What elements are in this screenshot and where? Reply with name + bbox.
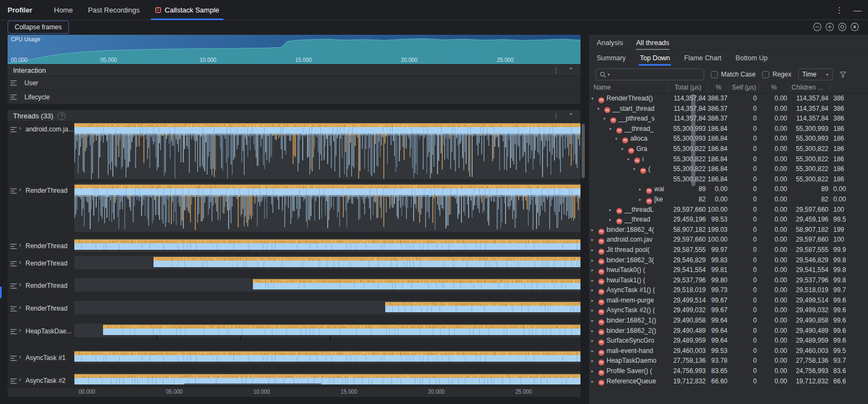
thread-row[interactable]: ›HeapTaskDae...: [8, 324, 580, 337]
thread-track[interactable]: [74, 122, 580, 179]
thread-row[interactable]: ›RenderThread: [8, 278, 580, 292]
interaction-kebab-icon[interactable]: ⋮: [552, 67, 559, 74]
tree-expand-icon[interactable]: ▸: [591, 356, 598, 366]
table-row[interactable]: ▸mAsyncTask #1() (29,518,01999.7300.0029…: [589, 285, 868, 295]
table-row[interactable]: ▸mhwuiTask1() (29,537,79699.8000.0029,53…: [589, 275, 868, 286]
table-row[interactable]: ▸m__thread29,459,19699.5300.0029,459,196…: [589, 214, 868, 225]
thread-track[interactable]: [74, 301, 580, 314]
threads-kebab-icon[interactable]: ⋮: [552, 112, 559, 119]
table-row[interactable]: ▾m__thread_55,300,993186.8400.0055,300,9…: [589, 124, 868, 134]
table-row[interactable]: ▸m[ke820.0000.00820.00: [589, 194, 868, 205]
thread-row[interactable]: ›AsyncTask #1: [8, 350, 580, 364]
nav-tab-past-recordings[interactable]: Past Recordings: [80, 0, 147, 20]
tree-expand-icon[interactable]: ▸: [591, 225, 598, 235]
filter-icon[interactable]: [839, 71, 847, 78]
thread-row[interactable]: ›RenderThread: [8, 183, 580, 232]
tree-collapse-icon[interactable]: ▾: [609, 124, 616, 134]
table-row[interactable]: ▸mwai890.0000.00890.00: [589, 184, 868, 194]
tree-expand-icon[interactable]: ▸: [591, 286, 598, 295]
zoom-out-icon[interactable]: [813, 22, 822, 31]
reset-zoom-icon[interactable]: [838, 22, 847, 31]
column-header-pct-cut[interactable]: %: [758, 83, 789, 93]
zoom-to-selection-icon[interactable]: [850, 22, 859, 31]
interaction-row-lifecycle[interactable]: Lifecycle: [8, 90, 580, 104]
table-row[interactable]: ▸mAsyncTask #2() (29,499,03299.6700.0029…: [589, 305, 868, 315]
thread-track[interactable]: [74, 256, 580, 269]
table-row[interactable]: ▸mmali-mem-purge29,499,51499.6700.0029,4…: [589, 295, 868, 306]
interaction-collapse-icon[interactable]: ⌃: [568, 67, 574, 74]
threads-collapse-icon[interactable]: ⌃: [568, 112, 574, 119]
match-case-checkbox[interactable]: Match Case: [711, 71, 756, 78]
column-header-total-s[interactable]: Total (μs): [668, 83, 707, 93]
chevron-right-icon[interactable]: ›: [19, 281, 21, 288]
tree-expand-icon[interactable]: ▸: [591, 377, 598, 387]
column-header-self-s[interactable]: Self (μs): [729, 83, 758, 93]
zoom-in-icon[interactable]: [825, 22, 834, 31]
tab-flame-chart[interactable]: Flame Chart: [684, 50, 722, 66]
tree-collapse-icon[interactable]: ▾: [627, 155, 634, 165]
table-row[interactable]: ▸mSurfaceSyncGro29,489,95999.6400.0029,4…: [589, 336, 868, 346]
tree-expand-icon[interactable]: ▸: [591, 276, 598, 286]
thread-track[interactable]: [74, 238, 580, 252]
thread-track[interactable]: [74, 183, 580, 232]
search-input[interactable]: [612, 70, 700, 79]
thread-track[interactable]: [74, 278, 580, 292]
table-row[interactable]: ▸mmali-event-hand29,460,00399.5300.0029,…: [589, 346, 868, 356]
chevron-right-icon[interactable]: ›: [19, 258, 21, 266]
nav-tab-callstack-sample[interactable]: Callstack Sample: [148, 0, 227, 20]
minimize-icon[interactable]: —: [853, 6, 861, 14]
interaction-row-user[interactable]: User: [8, 76, 580, 90]
regex-checkbox[interactable]: Regex: [762, 71, 792, 78]
column-header-children[interactable]: Children ...: [789, 83, 830, 93]
tree-expand-icon[interactable]: ▸: [591, 306, 598, 315]
tree-collapse-icon[interactable]: ▾: [633, 165, 640, 174]
thread-track[interactable]: [74, 350, 580, 364]
tab-summary[interactable]: Summary: [597, 50, 626, 66]
chevron-right-icon[interactable]: ›: [19, 376, 21, 383]
column-header-name[interactable]: Name: [589, 83, 668, 93]
table-row[interactable]: ▸mbinder:16862_1()29,490,85899.6400.0029…: [589, 315, 868, 326]
tab-bottom-up[interactable]: Bottom Up: [736, 50, 768, 66]
collapse-frames-button[interactable]: Collapse frames: [8, 21, 69, 34]
table-row[interactable]: ▾m__start_thread114,357,84386.3700.00114…: [589, 104, 868, 114]
table-row[interactable]: ▸mbinder:16862_3(29,546,82999.8300.0029,…: [589, 255, 868, 266]
table-row[interactable]: ▸mReferenceQueue19,712,83266.6000.0019,7…: [589, 376, 868, 387]
tree-expand-icon[interactable]: ▸: [639, 185, 646, 194]
chevron-right-icon[interactable]: ›: [19, 186, 21, 193]
nav-tab-home[interactable]: Home: [47, 0, 81, 20]
column-header-pct-cut[interactable]: %: [707, 83, 729, 93]
tree-expand-icon[interactable]: ▸: [591, 336, 598, 346]
chevron-right-icon[interactable]: ›: [19, 304, 21, 311]
thread-track[interactable]: [74, 373, 580, 384]
threads-header[interactable]: Threads (33) ? ⋮ ⌃: [8, 110, 580, 122]
tree-collapse-icon[interactable]: ▾: [597, 104, 604, 114]
table-row[interactable]: 55,300,822186.8400.0055,300,822186: [589, 174, 868, 185]
thread-row[interactable]: ›android.com.ja...: [8, 122, 580, 179]
chevron-right-icon[interactable]: ›: [19, 326, 21, 334]
cpu-usage-chart[interactable]: CPU Usage 00.00005.00010.00015.00020.000…: [8, 35, 580, 64]
tree-expand-icon[interactable]: ▸: [591, 296, 598, 306]
table-row[interactable]: ▸mandroid.com.jav29,597,660100.0000.0029…: [589, 235, 868, 245]
table-row[interactable]: ▸m__threadL29,597,660100.0000.0029,597,6…: [589, 205, 868, 215]
chevron-right-icon[interactable]: ›: [19, 124, 21, 132]
tree-expand-icon[interactable]: ▸: [591, 346, 598, 356]
tree-expand-icon[interactable]: ▸: [591, 235, 598, 245]
search-field[interactable]: ▾: [596, 68, 704, 80]
tree-collapse-icon[interactable]: ▾: [603, 114, 610, 124]
table-row[interactable]: ▾malloca55,300,993186.8400.0055,300,9931…: [589, 134, 868, 144]
table-row[interactable]: ▸mbinder:16862_2()29,490,48999.6400.0029…: [589, 326, 868, 336]
thread-row[interactable]: ›RenderThread: [8, 256, 580, 269]
tree-expand-icon[interactable]: ▸: [591, 256, 598, 266]
table-row[interactable]: ▾m(55,300,822186.8400.0055,300,822186: [589, 164, 868, 174]
column-header-pct-cut[interactable]: [830, 83, 867, 93]
tree-expand-icon[interactable]: ▸: [591, 245, 598, 255]
thread-track[interactable]: [74, 324, 580, 337]
table-row[interactable]: ▾mGra55,300,822186.8400.0055,300,822186: [589, 144, 868, 154]
tab-analysis[interactable]: Analysis: [597, 35, 623, 50]
thread-row[interactable]: ›RenderThread: [8, 301, 580, 314]
table-row[interactable]: ▾mi55,300,822186.8400.0055,300,822186: [589, 154, 868, 165]
tree-collapse-icon[interactable]: ▾: [591, 94, 598, 104]
table-row[interactable]: ▸mJit thread pool(29,587,55599.9700.0029…: [589, 245, 868, 255]
tree-expand-icon[interactable]: ▸: [609, 205, 616, 215]
tab-all-threads[interactable]: All threads: [636, 35, 669, 50]
